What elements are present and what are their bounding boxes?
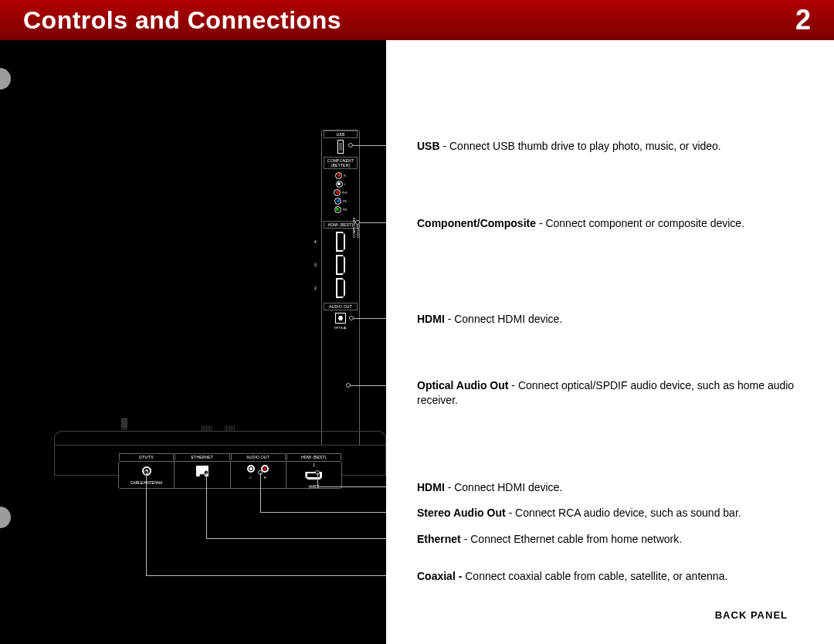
vent-icon bbox=[202, 425, 212, 432]
audio-out-side-label: AUDIO OUT bbox=[324, 303, 358, 310]
rca-pb-icon bbox=[334, 198, 341, 205]
tv-rear-diagram: DTV/TV CABLE/ANTENNA ETHERNET AUDIO OUT … bbox=[54, 431, 386, 578]
hdmi-bottom-cell: HDMI (BEST) 1 (ARC) bbox=[286, 462, 341, 488]
thumb-tab-icon bbox=[0, 507, 11, 528]
hdmi-port-icon bbox=[336, 278, 345, 298]
diagram-area: USB COMPONENT(BETTER) COMPOSITE (GOOD) R… bbox=[0, 40, 386, 644]
vent-icon bbox=[225, 425, 235, 432]
chapter-number: 2 bbox=[795, 0, 811, 40]
rca-white-icon bbox=[247, 465, 255, 473]
desc-usb: USB - Connect USB thumb drive to play ph… bbox=[417, 139, 721, 154]
optical-label: OPTICAL bbox=[322, 326, 359, 330]
hdmi-port-icon bbox=[336, 232, 345, 252]
rca-red-icon bbox=[335, 172, 342, 179]
section-footer-label: BACK PANEL bbox=[715, 609, 788, 621]
component-ports: COMPOSITE (GOOD) R L Pr/V Pb Y/V bbox=[322, 169, 359, 216]
audio-out-cell: AUDIO OUT LR bbox=[231, 462, 286, 488]
coax-cell: DTV/TV CABLE/ANTENNA bbox=[119, 462, 175, 488]
stand-screw-icon bbox=[117, 418, 132, 430]
usb-label: USB bbox=[324, 130, 358, 138]
desc-ethernet: Ethernet - Connect Ethernet cable from h… bbox=[417, 532, 682, 547]
description-area bbox=[386, 40, 834, 644]
desc-component: Component/Composite - Connect component … bbox=[417, 216, 744, 231]
optical-port-icon bbox=[335, 313, 346, 324]
bottom-port-strip: DTV/TV CABLE/ANTENNA ETHERNET AUDIO OUT … bbox=[118, 461, 342, 489]
hdmi-port-icon bbox=[336, 255, 345, 275]
page-body: USB COMPONENT(BETTER) COMPOSITE (GOOD) R… bbox=[0, 40, 834, 644]
page-number: 6 bbox=[378, 622, 384, 633]
rca-y-icon bbox=[334, 206, 341, 213]
rca-pr-icon bbox=[334, 189, 341, 196]
ethernet-cell: ETHERNET bbox=[175, 462, 230, 488]
desc-hdmi-side: HDMI - Connect HDMI device. bbox=[417, 312, 562, 327]
rca-white-icon bbox=[336, 181, 343, 188]
component-label: COMPONENT(BETTER) bbox=[324, 157, 358, 169]
thumb-tab-icon bbox=[0, 68, 11, 90]
desc-stereo: Stereo Audio Out - Connect RCA audio dev… bbox=[417, 506, 741, 520]
side-port-strip: USB COMPONENT(BETTER) COMPOSITE (GOOD) R… bbox=[321, 130, 360, 454]
chapter-header: Controls and Connections 2 bbox=[0, 0, 834, 40]
usb-port-icon bbox=[337, 140, 344, 154]
desc-hdmi-bottom: HDMI - Connect HDMI device. bbox=[417, 480, 562, 495]
chapter-title: Controls and Connections bbox=[0, 0, 834, 40]
desc-optical: Optical Audio Out - Connect optical/SPDI… bbox=[417, 378, 803, 408]
hdmi-port-icon bbox=[305, 472, 322, 480]
desc-coaxial: Coaxial - Connect coaxial cable from cab… bbox=[417, 569, 727, 584]
